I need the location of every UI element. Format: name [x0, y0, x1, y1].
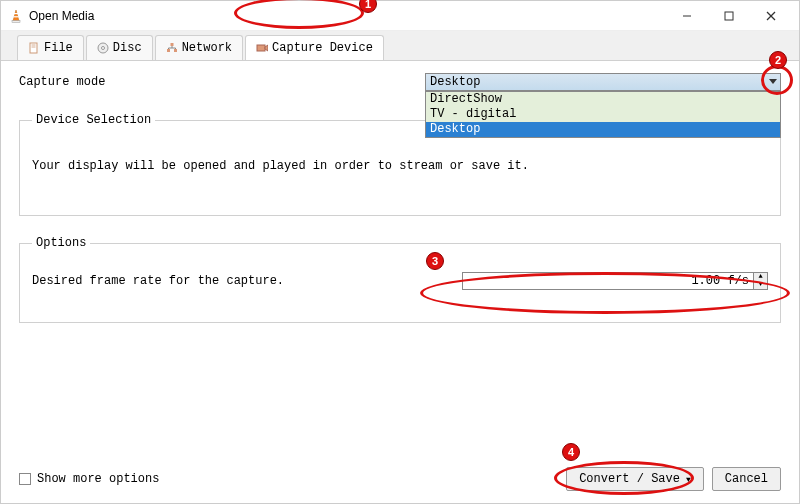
- tab-label: Capture Device: [272, 41, 373, 55]
- footer-buttons: Convert / Save ▼ Cancel 4: [566, 467, 781, 491]
- capture-icon: [256, 42, 268, 54]
- option-tv-digital[interactable]: TV - digital: [426, 107, 780, 122]
- chevron-down-icon[interactable]: [767, 75, 779, 89]
- svg-rect-1: [12, 20, 20, 22]
- capture-mode-value: Desktop: [425, 73, 781, 91]
- svg-rect-14: [174, 49, 177, 52]
- cancel-label: Cancel: [725, 472, 768, 486]
- capture-panel: Capture mode Desktop DirectShow TV - dig…: [1, 61, 799, 323]
- show-more-options[interactable]: Show more options: [19, 472, 159, 486]
- show-more-label: Show more options: [37, 472, 159, 486]
- source-tabs: File Disc Network Capture Device 1: [1, 31, 799, 61]
- svg-rect-5: [725, 12, 733, 20]
- option-desktop[interactable]: Desktop: [426, 122, 780, 137]
- annotation-badge-3: 3: [426, 252, 444, 270]
- svg-marker-22: [769, 79, 777, 84]
- capture-mode-options: DirectShow TV - digital Desktop: [425, 91, 781, 138]
- fps-row: Desired frame rate for the capture. ▲ ▼: [32, 260, 768, 298]
- fps-input[interactable]: [462, 272, 754, 290]
- svg-marker-0: [13, 10, 19, 21]
- minimize-button[interactable]: [667, 3, 707, 29]
- tab-label: Network: [182, 41, 232, 55]
- spinner-down[interactable]: ▼: [754, 281, 767, 289]
- device-selection-description: Your display will be opened and played i…: [32, 159, 768, 173]
- window-controls: [667, 3, 791, 29]
- svg-rect-20: [257, 45, 265, 51]
- capture-mode-row: Capture mode Desktop DirectShow TV - dig…: [19, 73, 781, 91]
- annotation-badge-2: 2: [769, 51, 787, 69]
- annotation-badge-4: 4: [562, 443, 580, 461]
- network-icon: [166, 42, 178, 54]
- capture-mode-label: Capture mode: [19, 75, 105, 89]
- tab-file[interactable]: File: [17, 35, 84, 60]
- device-selection-legend: Device Selection: [32, 113, 155, 127]
- checkbox-icon[interactable]: [19, 473, 31, 485]
- options-group: Options Desired frame rate for the captu…: [19, 236, 781, 323]
- file-icon: [28, 42, 40, 54]
- svg-rect-3: [13, 16, 18, 17]
- tab-network[interactable]: Network: [155, 35, 243, 60]
- option-directshow[interactable]: DirectShow: [426, 92, 780, 107]
- tab-label: Disc: [113, 41, 142, 55]
- options-legend: Options: [32, 236, 90, 250]
- fps-label: Desired frame rate for the capture.: [32, 274, 284, 288]
- convert-save-label: Convert / Save: [579, 472, 680, 486]
- spinner-buttons: ▲ ▼: [754, 272, 768, 290]
- open-media-window: Open Media File Disc: [0, 0, 800, 504]
- tab-disc[interactable]: Disc: [86, 35, 153, 60]
- convert-save-button[interactable]: Convert / Save ▼: [566, 467, 704, 491]
- dialog-footer: Show more options Convert / Save ▼ Cance…: [19, 467, 781, 491]
- chevron-down-icon: ▼: [686, 475, 691, 484]
- svg-rect-2: [14, 13, 18, 14]
- window-title: Open Media: [29, 9, 667, 23]
- vlc-cone-icon: [9, 9, 23, 23]
- fps-spinner[interactable]: ▲ ▼: [462, 272, 768, 290]
- titlebar: Open Media: [1, 1, 799, 31]
- maximize-button[interactable]: [709, 3, 749, 29]
- svg-rect-8: [30, 43, 37, 53]
- svg-point-12: [101, 47, 104, 50]
- tab-label: File: [44, 41, 73, 55]
- close-button[interactable]: [751, 3, 791, 29]
- svg-rect-15: [170, 43, 173, 46]
- disc-icon: [97, 42, 109, 54]
- svg-rect-13: [167, 49, 170, 52]
- capture-mode-select[interactable]: Desktop DirectShow TV - digital Desktop: [425, 73, 781, 91]
- cancel-button[interactable]: Cancel: [712, 467, 781, 491]
- tab-capture-device[interactable]: Capture Device: [245, 35, 384, 60]
